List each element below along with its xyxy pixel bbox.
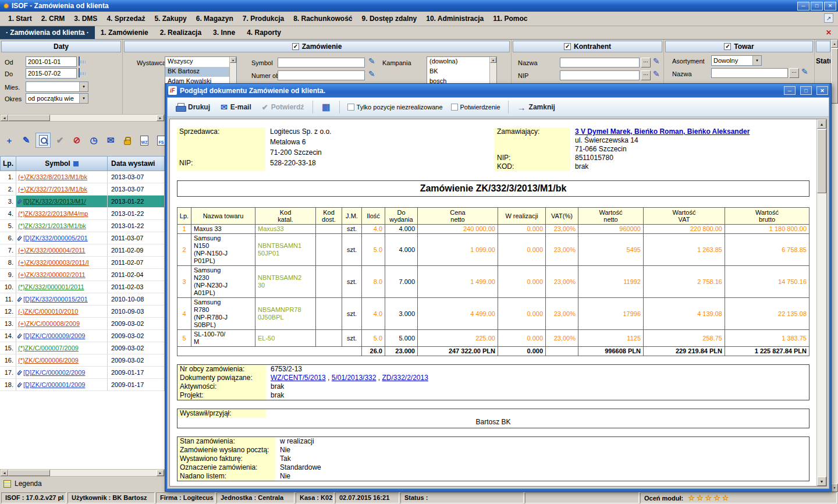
email-button[interactable]: ✉E-mail	[216, 100, 256, 114]
order-symbol-link[interactable]: (*)ZK/332/000001/2011	[18, 283, 84, 290]
period-select[interactable]: od początku wie	[26, 93, 88, 104]
menu-item[interactable]: 3. DMS	[69, 13, 102, 24]
close-module-icon[interactable]: ✕	[824, 28, 833, 37]
related-document-link[interactable]: ZD/332/2/2013	[382, 374, 428, 382]
scroll-up-icon[interactable]	[490, 57, 496, 63]
confirm-button[interactable]: ✔Potwierdź	[257, 101, 309, 114]
legend-bar[interactable]: Legenda	[0, 477, 165, 490]
order-symbol-cell[interactable]: (-)ZK/C/000010/2010	[16, 306, 108, 318]
tab-active-module[interactable]: · Zamówienia od klienta ·	[0, 26, 95, 39]
towar-checkbox[interactable]	[724, 43, 731, 50]
order-row[interactable]: 12. (-)ZK/C/000010/2010 2010-09-03	[0, 306, 165, 318]
symbol-input[interactable]	[278, 58, 365, 68]
menu-item[interactable]: 8. Rachunkowość	[289, 13, 357, 24]
zamowienie-checkbox[interactable]	[292, 43, 299, 50]
menu-item[interactable]: 5. Zakupy	[150, 13, 191, 24]
confirm-order-button[interactable]: ✔	[52, 133, 68, 148]
numer-obcy-input[interactable]	[278, 70, 365, 80]
edit-order-button[interactable]: ✎	[19, 133, 34, 148]
column-header-symbol[interactable]: Symbol	[16, 156, 108, 171]
order-symbol-cell[interactable]: [D]ZK/332/3/2013/M1/	[16, 196, 108, 208]
kontrahent-nip-input[interactable]	[560, 70, 640, 80]
order-symbol-link[interactable]: [D]ZK/C/000009/2009	[23, 332, 85, 339]
asortyment-select[interactable]: Dowolny	[711, 55, 762, 66]
add-order-button[interactable]: +	[2, 133, 17, 148]
scroll-left-icon[interactable]	[1, 115, 8, 121]
document-vertical-scrollbar[interactable]	[816, 119, 826, 486]
wystawca-option[interactable]: BK Bartosz	[165, 67, 236, 77]
preview-order-button[interactable]	[35, 133, 51, 148]
menu-item[interactable]: 4. Sprzedaż	[102, 13, 150, 24]
order-symbol-cell[interactable]: (*)ZK/C/000006/2009	[16, 354, 108, 367]
tab-item[interactable]: 2. Realizacja	[154, 26, 207, 39]
order-row[interactable]: 6. [D]ZK/332/000005/201 2011-03-07	[0, 232, 165, 244]
menu-item[interactable]: 10. Administracja	[421, 13, 488, 24]
order-symbol-cell[interactable]: (*)ZK/332/2/2013/M4/mp	[16, 208, 108, 220]
minimize-button[interactable]: ─	[797, 2, 809, 10]
scroll-right-icon[interactable]	[157, 115, 164, 121]
order-symbol-cell[interactable]: (+)ZK/332/000004/2011	[16, 244, 108, 257]
calendar-icon[interactable]	[79, 57, 88, 66]
order-row[interactable]: 7. (+)ZK/332/000004/2011 2011-02-09	[0, 244, 165, 257]
order-row[interactable]: 16. (*)ZK/C/000006/2009 2009-03-02	[0, 354, 165, 367]
chevron-down-icon[interactable]	[752, 56, 761, 65]
tab-item[interactable]: 4. Raporty	[241, 26, 287, 39]
order-symbol-link[interactable]: (+)ZK/332/000004/2011	[18, 247, 86, 254]
kontrahent-nazwa-input[interactable]	[560, 58, 640, 68]
order-symbol-link[interactable]: (*)ZK/C/000006/2009	[18, 357, 79, 364]
close-button[interactable]: ✕	[824, 2, 836, 10]
order-symbol-link[interactable]: (-)ZK/C/000010/2010	[18, 308, 78, 315]
order-symbol-link[interactable]: [D]ZK/C/000001/2009	[23, 381, 85, 388]
menu-item[interactable]: 1. Start	[3, 13, 37, 24]
horizontal-scrollbar[interactable]	[0, 469, 165, 477]
order-row[interactable]: 1. (+)ZK/332/8/2013/M1/bk 2013-03-07	[0, 171, 165, 183]
order-symbol-link[interactable]: [D]ZK/332/3/2013/M1/	[23, 198, 86, 205]
kampania-option[interactable]: (dowolna)	[427, 57, 496, 67]
order-row[interactable]: 8. (+)ZK/332/000003/2011/I 2011-02-07	[0, 257, 165, 269]
scrollbar-thumb[interactable]	[817, 129, 826, 193]
order-symbol-cell[interactable]: (*)ZK/C/000007/2009	[16, 342, 108, 354]
order-row[interactable]: 10. (*)ZK/332/000001/2011 2011-02-03	[0, 281, 165, 293]
order-row[interactable]: 4. (*)ZK/332/2/2013/M4/mp 2013-01-22	[0, 208, 165, 220]
order-symbol-cell[interactable]: (+)ZK/332/7/2013/M1/bk	[16, 183, 108, 196]
scroll-up-icon[interactable]	[230, 57, 236, 63]
menu-item[interactable]: 2. CRM	[37, 13, 70, 24]
detach-icon[interactable]: ↗	[824, 13, 833, 23]
browse-button[interactable]: ...	[641, 58, 651, 68]
order-symbol-cell[interactable]: [D]ZK/C/000002/2009	[16, 367, 108, 379]
columns-button[interactable]: ▦	[317, 100, 335, 115]
order-symbol-cell[interactable]: [D]ZK/332/000005/201	[16, 232, 108, 244]
menu-item[interactable]: 6. Magazyn	[191, 13, 238, 24]
tab-item[interactable]: 1. Zamówienie	[95, 26, 154, 39]
tab-item[interactable]: 3. Inne	[207, 26, 241, 39]
order-symbol-link[interactable]: (*)ZK/332/1/2013/M1/bk	[18, 222, 86, 229]
date-from-input[interactable]	[26, 56, 77, 67]
order-symbol-link[interactable]: (+)ZK/332/8/2013/M1/bk	[18, 173, 87, 180]
calendar-icon[interactable]	[79, 69, 88, 78]
order-row[interactable]: 15. (*)ZK/C/000007/2009 2009-03-02	[0, 342, 165, 354]
dialog-close-button[interactable]: ✕	[816, 86, 828, 95]
order-symbol-link[interactable]: (*)ZK/C/000007/2009	[18, 345, 79, 352]
kampania-option[interactable]: BK	[427, 67, 496, 77]
order-row[interactable]: 3. [D]ZK/332/3/2013/M1/ 2013-01-22	[0, 196, 165, 208]
lock-button[interactable]	[120, 133, 135, 148]
confirmation-checkbox[interactable]: Potwierdzenie	[448, 104, 504, 111]
scroll-up-icon[interactable]	[817, 119, 826, 129]
order-symbol-cell[interactable]: [D]ZK/C/000009/2009	[16, 330, 108, 342]
order-row[interactable]: 14. [D]ZK/C/000009/2009 2009-03-02	[0, 330, 165, 342]
cancel-order-button[interactable]: ⊘	[69, 133, 84, 148]
edit-icon[interactable]: ✎	[368, 57, 375, 65]
menu-item[interactable]: 7. Produkcja	[238, 13, 289, 24]
order-symbol-link[interactable]: (+)ZK/332/000002/2011	[18, 271, 86, 278]
order-row[interactable]: 11. [D]ZK/332/000015/201 2010-10-08	[0, 293, 165, 306]
history-button[interactable]: ◷	[86, 133, 101, 148]
order-symbol-link[interactable]: (*)ZK/332/2/2013/M4/mp	[18, 210, 88, 217]
order-row[interactable]: 17. [D]ZK/C/000002/2009 2009-01-17	[0, 367, 165, 379]
buyer-name-link[interactable]: 3 V Dymel Marek, Bieńko Roman, Bieńko Al…	[575, 127, 750, 136]
print-button[interactable]: Drukuj	[171, 101, 215, 113]
order-symbol-cell[interactable]: (+)ZK/332/8/2013/M1/bk	[16, 171, 108, 183]
scroll-down-icon[interactable]	[831, 484, 838, 492]
scroll-up-icon[interactable]	[831, 40, 838, 48]
date-to-input[interactable]	[26, 68, 77, 79]
order-symbol-cell[interactable]: (+)ZK/332/000003/2011/I	[16, 257, 108, 269]
